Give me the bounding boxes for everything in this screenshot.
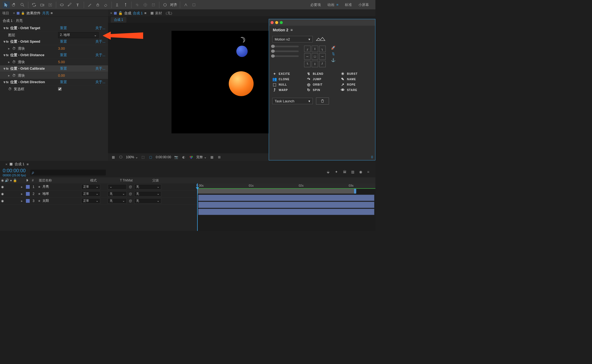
timeline-tracks[interactable]: 00s01s02s03s xyxy=(197,183,375,231)
reset-link[interactable]: 重置 xyxy=(60,53,76,58)
twirl-icon[interactable]: ▼ xyxy=(3,26,6,30)
slider-value[interactable]: 5.00 xyxy=(58,60,65,64)
world-axis-icon[interactable] xyxy=(142,1,149,8)
action-warp[interactable]: ⤴WARP xyxy=(272,88,304,92)
about-link[interactable]: 关于... xyxy=(95,53,105,58)
label-column-icon[interactable]: ❥ xyxy=(26,178,29,182)
align-label[interactable]: 对齐 xyxy=(170,2,177,7)
guide-icon[interactable]: ⊞ xyxy=(217,155,222,160)
anchor-tl[interactable]: ┌ xyxy=(304,46,311,52)
visibility-toggle[interactable]: ◉ xyxy=(0,192,5,196)
camera-tool-icon[interactable] xyxy=(39,1,46,8)
label-color[interactable] xyxy=(26,192,30,196)
twirl-icon[interactable]: ▼ xyxy=(3,80,6,84)
action-rope[interactable]: ↗ROPE xyxy=(341,82,372,87)
snapshot-icon[interactable]: 📷 xyxy=(174,155,179,160)
reset-link[interactable]: 重置 xyxy=(60,26,76,31)
snap-options-icon[interactable] xyxy=(190,1,197,8)
about-link[interactable]: 关于... xyxy=(95,66,105,71)
trkmat-dropdown[interactable]: ⌄ xyxy=(108,184,127,190)
action-clone[interactable]: 👥CLONE xyxy=(272,77,304,81)
panel-menu-icon[interactable]: ≡ xyxy=(51,11,53,15)
solo-column-icon[interactable]: ● xyxy=(10,178,12,182)
effect-property[interactable]: ⏱复选框 xyxy=(0,86,108,92)
local-axis-icon[interactable] xyxy=(134,1,141,8)
action-spin[interactable]: ↻SPIN xyxy=(306,88,338,92)
flowchart-comp[interactable]: 合成 1 xyxy=(111,17,126,23)
checkbox[interactable] xyxy=(58,87,62,91)
frame-blend-icon[interactable]: ▥ xyxy=(351,170,356,175)
panel-menu-icon[interactable]: ≡ xyxy=(291,28,293,32)
current-time[interactable]: 0:00:00:00 xyxy=(3,168,26,174)
effect-property[interactable]: ▸⏱滑块5.00 xyxy=(0,59,108,65)
about-link[interactable]: 关于... xyxy=(95,80,105,85)
circle-icon[interactable] xyxy=(162,1,169,8)
twirl-icon[interactable]: ▸ xyxy=(21,199,25,203)
grid-icon[interactable]: ▦ xyxy=(209,155,214,160)
layer-row[interactable]: ◉ ▸ 1 ★ 月亮 正常⌄ ⌄ @ 无⌄ xyxy=(0,183,197,190)
traffic-light-zoom[interactable] xyxy=(280,21,283,24)
shy-icon[interactable]: 🏛 xyxy=(343,170,348,175)
panel-menu-icon[interactable]: ≡ xyxy=(144,11,146,15)
pickwhip-icon[interactable]: @ xyxy=(129,192,132,196)
label-color[interactable] xyxy=(26,199,30,203)
task-dropdown[interactable]: Task Launch▾ xyxy=(272,98,313,104)
action-name[interactable]: ✎NAME xyxy=(341,77,372,81)
layer-row[interactable]: ◉ ▸ 3 ★ 太阳 正常⌄ 无⌄ @ 无⌄ xyxy=(0,197,197,204)
traffic-light-close[interactable] xyxy=(271,21,274,24)
effect-header[interactable]: ▼ fx位置 - Orbit Distance 重置 关于... xyxy=(0,52,108,59)
motionblur-icon[interactable]: ◉ xyxy=(359,170,365,175)
lock-icon[interactable]: 🔒 xyxy=(21,11,25,15)
action-stare[interactable]: 👁STARE xyxy=(341,88,372,92)
stopwatch-icon[interactable]: ⏱ xyxy=(12,46,16,50)
twirl-icon[interactable]: ▸ xyxy=(21,192,25,196)
view-axis-icon[interactable] xyxy=(150,1,157,8)
graph-editor-icon[interactable]: ⌗ xyxy=(367,170,373,175)
anchor-tc[interactable]: I xyxy=(312,46,318,52)
effect-property[interactable]: ▸⏱滑块0.00 xyxy=(0,72,108,79)
eye-column-icon[interactable]: ◉ xyxy=(1,178,4,182)
col-num[interactable]: # xyxy=(30,178,37,182)
twirl-icon[interactable]: ▼ xyxy=(3,53,6,57)
slider-1[interactable] xyxy=(272,46,299,47)
puppet-pin-icon[interactable] xyxy=(122,1,129,8)
slider-value[interactable]: 3.00 xyxy=(58,46,65,50)
effect-header[interactable]: ▼ fx位置 - Orbit Speed 重置 关于... xyxy=(0,38,108,45)
mask-icon[interactable]: ▢ xyxy=(148,155,153,160)
twirl-icon[interactable]: ▼ xyxy=(3,67,6,71)
layer-row[interactable]: ◉ ▸ 2 ★ 地球 正常⌄ 无⌄ @ 无⌄ xyxy=(0,190,197,197)
workspace-essentials[interactable]: 必要项 xyxy=(310,2,321,7)
effect-property[interactable]: 图层2. 地球⌄ xyxy=(0,32,108,38)
draft3d-icon[interactable]: ✦ xyxy=(335,170,340,175)
action-null[interactable]: ⬚NULL xyxy=(272,82,304,87)
reset-link[interactable]: 重置 xyxy=(60,80,76,85)
brush-tool-icon[interactable] xyxy=(86,1,93,8)
tab-effect-controls[interactable]: × 🔒 效果控件 月亮 ≡ xyxy=(12,11,53,16)
comp-flow-icon[interactable]: ⬙ xyxy=(327,170,332,175)
layer-duration-bar[interactable] xyxy=(198,202,374,208)
res-icon[interactable]: ⬚ xyxy=(141,155,146,160)
eraser-tool-icon[interactable] xyxy=(102,1,109,8)
always-preview-icon[interactable]: ▦ xyxy=(111,155,116,160)
col-parent[interactable]: 父级 xyxy=(151,178,189,183)
color-icon[interactable] xyxy=(189,155,194,160)
visibility-toggle[interactable]: ◉ xyxy=(0,199,5,203)
tab-footage[interactable]: 素材 （无） xyxy=(151,11,174,16)
blend-mode-dropdown[interactable]: 正常⌄ xyxy=(81,191,100,197)
twirl-icon[interactable]: ▸ xyxy=(8,46,10,50)
anchor-mc[interactable]: □ xyxy=(312,53,318,60)
lock-column-icon[interactable]: 🔒 xyxy=(13,178,17,182)
anchor-mr[interactable]: ─ xyxy=(319,53,326,60)
selection-tool-icon[interactable] xyxy=(3,1,10,8)
anchor-tr[interactable]: ┐ xyxy=(319,46,326,52)
parent-dropdown[interactable]: 无⌄ xyxy=(134,198,161,204)
anchor-bl[interactable]: └ xyxy=(304,61,311,67)
twirl-icon[interactable]: ▸ xyxy=(8,60,10,64)
stopwatch-icon[interactable]: ⏱ xyxy=(8,87,12,91)
col-trkmat[interactable]: T TrkMat xyxy=(118,178,151,182)
resolution-dropdown[interactable]: 完整 ⌄ xyxy=(196,155,207,160)
tab-composition[interactable]: × 🔓 合成 合成 1 ≡ xyxy=(110,11,146,16)
col-layer-name[interactable]: 图层名称 xyxy=(37,178,89,183)
timeline-tab[interactable]: 合成 1 xyxy=(15,162,25,167)
close-icon[interactable]: × xyxy=(5,162,8,166)
